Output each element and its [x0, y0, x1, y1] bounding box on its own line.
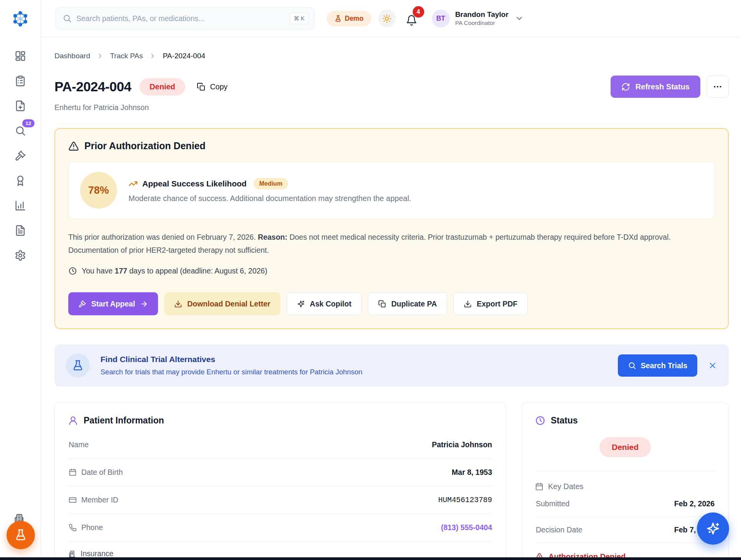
dashboard-icon: [15, 50, 26, 62]
clock-icon: [68, 267, 77, 275]
topbar: ⌘ K Demo 4 BT Brandon Taylor PA Coordina…: [0, 0, 741, 37]
deadline-days: 177: [115, 267, 127, 275]
likelihood-label: Appeal Success Likelihood: [142, 179, 247, 188]
arrow-right-icon: [140, 300, 148, 308]
info-cards: Patient Information Name Patricia Johnso…: [54, 402, 729, 560]
chevron-right-icon: [96, 52, 104, 60]
clock-icon: [535, 415, 545, 426]
breadcrumb-current: PA-2024-004: [163, 52, 205, 60]
export-pdf-button[interactable]: Export PDF: [453, 292, 528, 315]
settings-icon: [15, 250, 26, 261]
sidebar-item-new-pa[interactable]: [12, 100, 28, 112]
trials-banner-title: Find Clinical Trial Alternatives: [100, 355, 362, 364]
close-icon: [708, 361, 717, 370]
search-icon: [628, 361, 636, 370]
sidebar-item-quality[interactable]: [12, 175, 28, 187]
user-meta: Brandon Taylor PA Coordinator: [455, 10, 509, 26]
global-search[interactable]: ⌘ K: [55, 7, 315, 30]
duplicate-pa-button[interactable]: Duplicate PA: [368, 292, 447, 315]
trials-banner-subtitle: Search for trials that may provide Enher…: [100, 368, 362, 376]
download-denial-letter-button[interactable]: Download Denial Letter: [164, 292, 280, 315]
clipboard-icon: [15, 75, 26, 87]
demo-fab-button[interactable]: [7, 521, 35, 549]
user-name: Brandon Taylor: [455, 10, 509, 19]
sidebar-item-documents[interactable]: [12, 224, 28, 237]
bar-chart-icon: [15, 200, 26, 211]
status-card: Status Denied Key Dates Submitted Feb 2,…: [522, 402, 729, 560]
theme-toggle-button[interactable]: [378, 10, 396, 27]
gavel-icon: [78, 300, 86, 308]
header-actions: Refresh Status: [611, 76, 729, 98]
refresh-status-button[interactable]: Refresh Status: [611, 76, 700, 98]
status-denied-badge: Denied: [599, 437, 651, 457]
status-row-decision-date: Decision Date Feb 7, 2026: [535, 517, 715, 543]
flask-icon: [334, 15, 342, 22]
demo-badge: Demo: [327, 11, 371, 26]
sidebar-item-tasks[interactable]: [12, 75, 28, 87]
phone-icon: [69, 524, 77, 532]
user-role: PA Coordinator: [455, 19, 509, 26]
file-text-icon: [15, 225, 26, 236]
trending-up-icon: [128, 179, 138, 188]
download-icon: [464, 300, 472, 308]
denial-card: Prior Authorization Denied 78% Appeal Su…: [54, 128, 729, 329]
copilot-fab-button[interactable]: [697, 512, 729, 545]
sidebar: 12: [0, 0, 41, 560]
appeal-likelihood-card: 78% Appeal Success Likelihood Medium Mod…: [68, 161, 715, 219]
patient-row-phone: Phone (813) 555-0404: [68, 514, 493, 542]
app-window: ⌘ K Demo 4 BT Brandon Taylor PA Coordina…: [0, 0, 741, 560]
more-options-button[interactable]: [706, 76, 729, 98]
sidebar-item-dashboard[interactable]: [12, 50, 28, 62]
reason-label: Reason:: [258, 233, 287, 241]
calendar-icon: [535, 483, 543, 491]
alert-triangle-icon: [68, 141, 79, 152]
sidebar-item-analytics[interactable]: [12, 199, 28, 212]
app-logo[interactable]: [0, 0, 40, 37]
likelihood-details: Appeal Success Likelihood Medium Moderat…: [128, 178, 411, 203]
sun-icon: [382, 14, 392, 23]
refresh-icon: [621, 82, 630, 91]
breadcrumb-dashboard[interactable]: Dashboard: [54, 52, 90, 60]
insurance-section-header: Insurance: [68, 549, 493, 558]
breadcrumb-track-pas[interactable]: Track PAs: [110, 52, 143, 60]
close-banner-button[interactable]: [708, 361, 717, 370]
phone-link[interactable]: (813) 555-0404: [441, 523, 492, 532]
notifications-button[interactable]: 4: [406, 11, 419, 26]
chevron-down-icon[interactable]: [515, 14, 524, 23]
sidebar-item-track-pas[interactable]: 12: [12, 125, 28, 137]
calendar-icon: [69, 468, 77, 476]
sidebar-item-settings[interactable]: [12, 249, 28, 262]
sidebar-item-appeals[interactable]: [12, 150, 28, 162]
award-icon: [15, 175, 26, 186]
trials-banner-actions: Search Trials: [618, 354, 717, 377]
file-plus-icon: [15, 100, 26, 112]
copy-icon: [197, 82, 206, 91]
card-icon: [69, 496, 77, 504]
patient-information-card: Patient Information Name Patricia Johnso…: [54, 402, 506, 560]
download-icon: [174, 300, 182, 308]
more-horizontal-icon: [713, 82, 723, 92]
page-title: PA-2024-004: [54, 79, 131, 94]
denial-card-title: Prior Authorization Denied: [84, 140, 206, 152]
trials-banner-text: Find Clinical Trial Alternatives Search …: [100, 355, 362, 376]
page-header: PA-2024-004 Denied Copy Refresh Status: [54, 76, 729, 98]
main-content: Dashboard Track PAs PA-2024-004 PA-2024-…: [41, 37, 741, 560]
user-icon: [68, 415, 78, 426]
avatar[interactable]: BT: [432, 10, 450, 28]
clinical-trials-banner: Find Clinical Trial Alternatives Search …: [54, 344, 729, 387]
search-input[interactable]: [76, 14, 285, 23]
flask-icon: [66, 354, 90, 377]
copy-button[interactable]: Copy: [197, 82, 228, 91]
status-card-title: Status: [551, 415, 578, 426]
notification-count-badge: 4: [413, 6, 424, 18]
flask-icon: [15, 529, 27, 541]
start-appeal-button[interactable]: Start Appeal: [68, 292, 158, 315]
ask-copilot-button[interactable]: Ask Copilot: [287, 292, 362, 315]
search-trials-button[interactable]: Search Trials: [618, 354, 697, 377]
breadcrumb: Dashboard Track PAs PA-2024-004: [54, 52, 729, 60]
track-pas-count-badge: 12: [22, 119, 34, 127]
sparkles-icon: [297, 300, 305, 308]
status-badge: Denied: [140, 78, 185, 96]
appeal-deadline: You have 177 days to appeal (deadline: A…: [68, 267, 715, 275]
patient-row-dob: Date of Birth Mar 8, 1953: [68, 459, 493, 486]
